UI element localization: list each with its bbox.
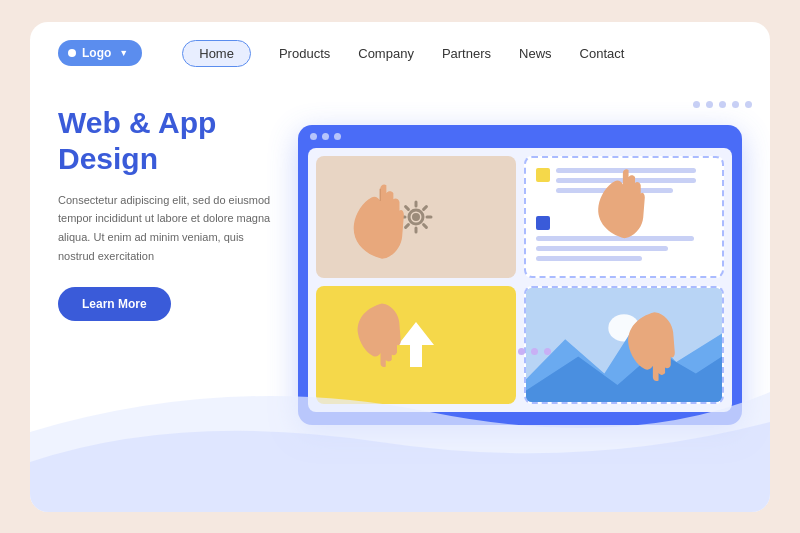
hero-description: Consectetur adipiscing elit, sed do eius…	[58, 191, 278, 266]
browser-dot-1	[310, 133, 317, 140]
dot-dec-3	[719, 101, 726, 108]
nav-products[interactable]: Products	[279, 46, 330, 61]
svg-marker-2	[398, 322, 434, 367]
grid-cell-text	[524, 156, 724, 278]
upload-arrow-icon	[396, 317, 436, 372]
grid-cell-settings	[316, 156, 516, 278]
dot-dec-5	[745, 101, 752, 108]
nav-links: Home Products Company Partners News Cont…	[182, 40, 624, 67]
text-cell-content	[536, 168, 712, 266]
hero-heading: Web & App Design	[58, 105, 278, 177]
main-content: Web & App Design Consectetur adipiscing …	[30, 85, 770, 425]
logo[interactable]: Logo ▼	[58, 40, 142, 66]
logo-chevron: ▼	[119, 48, 128, 58]
hero-text: Web & App Design Consectetur adipiscing …	[58, 85, 278, 425]
learn-more-button[interactable]: Learn More	[58, 287, 171, 321]
grid-cell-upload	[316, 286, 516, 404]
browser-mockup-container	[298, 85, 742, 425]
text-line-5	[536, 246, 668, 251]
nav-company[interactable]: Company	[358, 46, 414, 61]
blue-square	[536, 216, 550, 230]
text-line-2	[556, 178, 696, 183]
browser-content-grid	[308, 148, 732, 412]
dot-bottom-1	[518, 348, 525, 355]
svg-point-1	[412, 213, 420, 221]
browser-dot-3	[334, 133, 341, 140]
browser-dot-2	[322, 133, 329, 140]
navbar: Logo ▼ Home Products Company Partners Ne…	[30, 22, 770, 85]
nav-partners[interactable]: Partners	[442, 46, 491, 61]
logo-text: Logo	[82, 46, 111, 60]
landscape-image	[526, 288, 722, 402]
nav-home[interactable]: Home	[182, 40, 251, 67]
dot-dec-2	[706, 101, 713, 108]
yellow-square	[536, 168, 550, 182]
dot-bottom-2	[531, 348, 538, 355]
dot-dec-4	[732, 101, 739, 108]
mountain-svg	[526, 288, 722, 402]
dot-dec-1	[693, 101, 700, 108]
dot-bottom-3	[544, 348, 551, 355]
dots-bottom	[518, 348, 551, 355]
text-line-6	[536, 256, 642, 261]
logo-dot	[68, 49, 76, 57]
text-line-3	[556, 188, 673, 193]
browser-window	[298, 125, 742, 425]
dots-top-right	[693, 101, 752, 108]
nav-news[interactable]: News	[519, 46, 552, 61]
browser-topbar	[298, 125, 742, 148]
gear-icon	[391, 192, 441, 242]
grid-cell-image	[524, 286, 724, 404]
nav-contact[interactable]: Contact	[580, 46, 625, 61]
text-line-1	[556, 168, 696, 173]
landing-page-card: Logo ▼ Home Products Company Partners Ne…	[30, 22, 770, 512]
text-line-4	[536, 236, 694, 241]
